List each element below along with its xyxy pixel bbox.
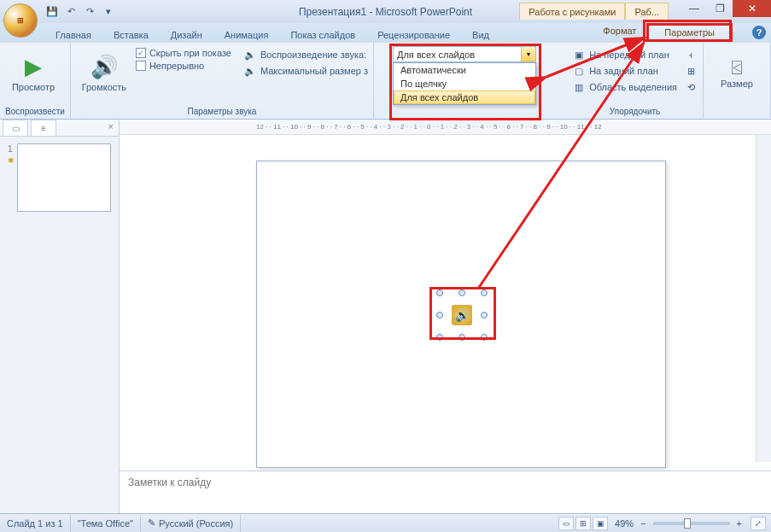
tab-format[interactable]: Формат bbox=[593, 23, 646, 42]
max-size-row[interactable]: 🔈 Максимальный размер з bbox=[243, 64, 368, 78]
bring-front-button[interactable]: ▣ На передний план bbox=[572, 48, 677, 61]
max-size-icon: 🔈 bbox=[243, 64, 257, 78]
status-slide-count: Слайд 1 из 1 bbox=[0, 515, 71, 532]
handle-nw[interactable] bbox=[436, 289, 443, 296]
slide-editor: 12 · · 11 · · 10 · · 9 · · 8 · · 7 · · 6… bbox=[120, 120, 771, 513]
view-normal-button[interactable]: ▭ bbox=[558, 517, 574, 530]
group-button[interactable]: ⊞ bbox=[684, 64, 698, 78]
size-button[interactable]: ⍃ Размер bbox=[709, 44, 765, 101]
content-area: ▭ ≡ × 1 ✱ 12 · · 11 · · 10 · · 9 · · 8 ·… bbox=[0, 120, 771, 513]
rotate-icon: ⟲ bbox=[684, 80, 698, 94]
selection-pane-label: Область выделения bbox=[589, 82, 677, 92]
volume-button[interactable]: 🔊 Громкость bbox=[76, 44, 132, 101]
send-back-icon: ▢ bbox=[572, 64, 586, 78]
tab-review[interactable]: Рецензирование bbox=[366, 26, 461, 43]
play-sound-dropdown-list: Автоматически По щелчку Для всех слайдов bbox=[393, 62, 536, 105]
handle-e[interactable] bbox=[481, 312, 488, 319]
picture-tools-extra: Раб... bbox=[625, 3, 669, 20]
status-language[interactable]: ✎ Русский (Россия) bbox=[141, 515, 241, 532]
handle-n[interactable] bbox=[459, 289, 465, 296]
tab-slideshow[interactable]: Показ слайдов bbox=[279, 26, 366, 43]
loop-checkbox[interactable]: Непрерывно bbox=[136, 61, 231, 71]
slide[interactable]: 🔊 bbox=[256, 161, 666, 468]
view-slideshow-button[interactable]: ▣ bbox=[593, 517, 608, 530]
ribbon-tabstrip: Главная Вставка Дизайн Анимация Показ сл… bbox=[0, 23, 771, 43]
group-icon: ⊞ bbox=[684, 64, 698, 78]
redo-icon[interactable]: ↷ bbox=[82, 4, 97, 20]
ribbon: ▶ Просмотр Воспроизвести 🔊 Громкость ✓ С… bbox=[0, 43, 771, 120]
scrollbar-vertical[interactable] bbox=[756, 135, 771, 462]
handle-se[interactable] bbox=[481, 334, 488, 341]
group-arrange: ▣ На передний план ▢ На задний план ▥ Об… bbox=[567, 43, 704, 118]
status-language-label: Русский (Россия) bbox=[159, 518, 233, 529]
tab-animation[interactable]: Анимация bbox=[213, 26, 280, 43]
send-back-label: На задний план bbox=[589, 66, 658, 76]
qat-more-icon[interactable]: ▾ bbox=[101, 4, 116, 20]
max-size-label: Максимальный размер з bbox=[260, 66, 368, 76]
zoom-thumb[interactable] bbox=[684, 518, 691, 529]
dropdown-opt-click[interactable]: По щелчку bbox=[394, 77, 535, 91]
loop-label: Непрерывно bbox=[149, 61, 204, 71]
chevron-down-icon[interactable]: ▾ bbox=[521, 47, 535, 61]
send-back-button[interactable]: ▢ На задний план bbox=[572, 64, 677, 78]
panel-tab-slides[interactable]: ▭ bbox=[3, 120, 28, 136]
play-icon: ▶ bbox=[25, 54, 42, 80]
minimize-button[interactable]: — bbox=[681, 0, 707, 17]
volume-label: Громкость bbox=[82, 82, 126, 92]
status-bar: Слайд 1 из 1 "Тема Office" ✎ Русский (Ро… bbox=[0, 513, 771, 532]
slide-thumbnail[interactable]: 1 ✱ bbox=[17, 143, 111, 212]
slide-canvas-area[interactable]: 🔊 bbox=[120, 135, 771, 471]
dropdown-opt-auto[interactable]: Автоматически bbox=[394, 63, 535, 77]
tab-design[interactable]: Дизайн bbox=[160, 26, 213, 43]
sound-object[interactable]: 🔊 bbox=[445, 298, 479, 332]
rotate-button[interactable]: ⟲ bbox=[684, 80, 698, 94]
hide-on-show-checkbox[interactable]: ✓ Скрыть при показе bbox=[136, 48, 231, 58]
size-icon: ⍃ bbox=[732, 57, 742, 77]
help-icon[interactable]: ? bbox=[752, 26, 766, 39]
handle-w[interactable] bbox=[436, 312, 443, 319]
size-label: Размер bbox=[721, 79, 753, 89]
close-button[interactable]: ✕ bbox=[733, 0, 771, 17]
picture-tools-label: Работа с рисунками bbox=[519, 3, 625, 20]
tab-view[interactable]: Вид bbox=[461, 26, 500, 43]
zoom-in-button[interactable]: + bbox=[737, 518, 742, 529]
selection-pane-button[interactable]: ▥ Область выделения bbox=[572, 80, 677, 94]
panel-close-icon[interactable]: × bbox=[103, 120, 119, 136]
group-size: ⍃ Размер bbox=[704, 43, 771, 118]
handle-ne[interactable] bbox=[481, 289, 488, 296]
spellcheck-icon: ✎ bbox=[148, 517, 155, 529]
zoom-out-button[interactable]: − bbox=[640, 518, 645, 529]
group-sound-options: 🔊 Громкость ✓ Скрыть при показе Непрерыв… bbox=[71, 43, 374, 118]
group-play: ▶ Просмотр Воспроизвести bbox=[0, 43, 71, 118]
bring-front-icon: ▣ bbox=[572, 48, 586, 61]
checkbox-icon bbox=[136, 61, 146, 71]
notes-pane[interactable]: Заметки к слайду bbox=[120, 471, 771, 513]
checkbox-icon: ✓ bbox=[136, 48, 146, 58]
window-controls: — ❐ ✕ bbox=[681, 0, 771, 17]
preview-button[interactable]: ▶ Просмотр bbox=[5, 44, 61, 101]
tab-options[interactable]: Параметры bbox=[646, 23, 733, 42]
fit-to-window-button[interactable]: ⤢ bbox=[751, 517, 766, 530]
play-sound-dropdown[interactable]: Для всех слайдов ▾ bbox=[393, 46, 536, 62]
zoom-slider[interactable] bbox=[653, 522, 730, 525]
dropdown-opt-allslides[interactable]: Для всех слайдов bbox=[394, 91, 535, 104]
slide-thumbnail-panel: ▭ ≡ × 1 ✱ bbox=[0, 120, 120, 513]
ruler-horizontal: 12 · · 11 · · 10 · · 9 · · 8 · · 7 · · 6… bbox=[120, 120, 771, 135]
thumb-animation-icon: ✱ bbox=[8, 156, 15, 165]
save-icon[interactable]: 💾 bbox=[44, 4, 60, 20]
office-button[interactable]: ⊞ bbox=[3, 3, 38, 38]
align-button[interactable]: ⫞ bbox=[684, 48, 698, 61]
maximize-button[interactable]: ❐ bbox=[707, 0, 733, 17]
play-sound-label: Воспроизведение звука: bbox=[260, 50, 366, 60]
zoom-percent[interactable]: 49% bbox=[615, 518, 634, 529]
panel-tab-outline[interactable]: ≡ bbox=[31, 120, 56, 136]
status-theme: "Тема Office" bbox=[71, 515, 141, 532]
tab-insert[interactable]: Вставка bbox=[102, 26, 160, 43]
view-sorter-button[interactable]: ⊞ bbox=[575, 517, 591, 530]
handle-sw[interactable] bbox=[436, 334, 443, 341]
undo-icon[interactable]: ↶ bbox=[63, 4, 79, 20]
tab-home[interactable]: Главная bbox=[44, 26, 102, 43]
handle-s[interactable] bbox=[459, 334, 465, 341]
group-sound-options-label: Параметры звука bbox=[76, 106, 368, 118]
align-icon: ⫞ bbox=[684, 48, 698, 61]
